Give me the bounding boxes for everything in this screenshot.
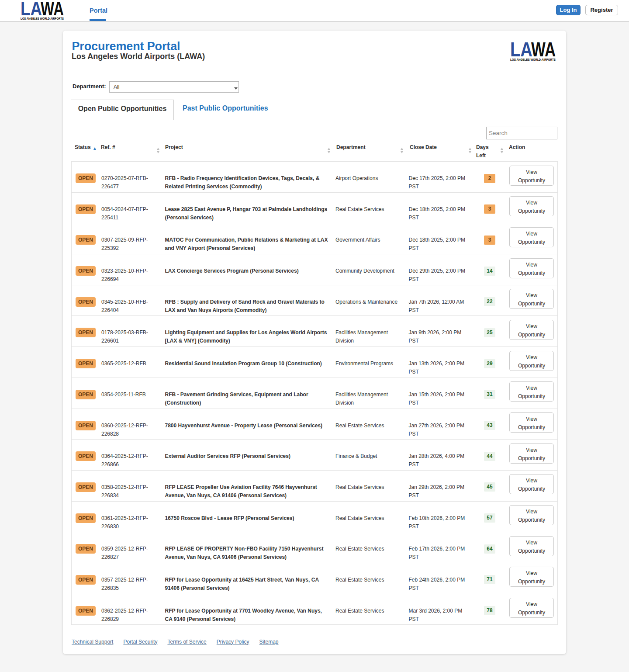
svg-text:LOS ANGELES WORLD AIRPORTS: LOS ANGELES WORLD AIRPORTS bbox=[21, 17, 64, 21]
svg-text:LOS ANGELES WORLD AIRPORTS: LOS ANGELES WORLD AIRPORTS bbox=[510, 58, 556, 61]
